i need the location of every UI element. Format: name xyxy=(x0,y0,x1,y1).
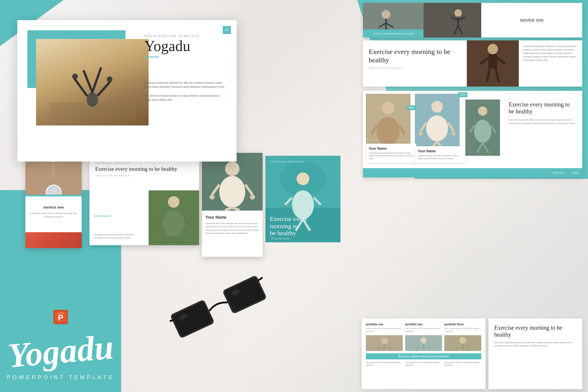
svg-point-37 xyxy=(382,102,394,115)
portfolio-col-1-header: portfolio one xyxy=(366,323,403,326)
portfolio-col-3-text: lorem ipsum dolor sit amet bati aneisan … xyxy=(444,327,481,333)
svg-point-9 xyxy=(72,74,78,79)
profile-1-name: Your Name xyxy=(369,147,413,151)
exercise-center-subtitle: sanisinaia salanasie xyxy=(95,174,193,177)
collage-yoga-2 xyxy=(415,94,460,154)
svg-point-13 xyxy=(81,65,86,70)
portrait-desc: sanisinaia oesal anusile atasant hus ati… xyxy=(30,212,77,219)
portfolio-col-1: portfolio one lorem ipsum dolor sit amet… xyxy=(366,323,403,333)
svg-point-112 xyxy=(292,190,314,219)
svg-point-10 xyxy=(107,76,113,82)
svg-rect-3 xyxy=(58,313,64,314)
collage-photo-3 xyxy=(465,100,500,156)
svg-point-111 xyxy=(297,172,309,185)
svg-point-56 xyxy=(474,120,491,143)
portfolio-col-2-header: portfolio two xyxy=(405,323,442,326)
collage-exercise-text: sanisinaia salanasile atasm hus atile at… xyxy=(509,118,575,125)
main-slide-subtitle: PRESENTATION TEMPLATE xyxy=(144,35,200,38)
portfolio-slide: portfolio one lorem ipsum dolor sit amet… xyxy=(362,318,486,389)
portfolio-buy-banner: Buy less, choose well and do it yourself xyxy=(366,353,481,359)
svg-point-50 xyxy=(419,132,423,136)
portfolio-img-1 xyxy=(366,335,403,351)
profile-card-1: Your Name sanisinaia salanasile atasant … xyxy=(366,144,416,163)
slide-number: 01 xyxy=(223,26,231,34)
exercise-center-label: sanisinaia salanasie xyxy=(95,162,193,164)
svg-text:P: P xyxy=(58,313,63,322)
service-photo-1: Buy less, choose well and do it yourself xyxy=(363,3,424,37)
main-slide-photo xyxy=(36,39,149,125)
collage-right-text: Exercise every morning to be healthy san… xyxy=(504,97,579,130)
profile-card-2: Your Name salanasile atasa atile ata her… xyxy=(415,146,465,163)
portfolio-headers: portfolio one lorem ipsum dolor sit amet… xyxy=(366,323,481,333)
svg-text:Exercise every: Exercise every xyxy=(271,237,290,240)
portrait-bottom-accent xyxy=(25,232,82,248)
service-photo-2 xyxy=(424,3,481,37)
exercise-center-line xyxy=(94,216,111,216)
service-one-label: service one xyxy=(520,18,544,23)
brand-name: Yogadu xyxy=(6,329,115,373)
portfolio-col-2-text: lorem ipsum dolor sit amet bati aneisan … xyxy=(405,327,442,333)
portfolio-buy-texts: lorem ipsum dolor sit amet bati aneisan … xyxy=(366,361,481,367)
powerpoint-icon: P xyxy=(52,308,69,326)
main-slide-body: sanisinaia salanasile atasanit hus atile… xyxy=(144,81,225,107)
svg-point-51 xyxy=(452,132,456,136)
portfolio-img-svg-1 xyxy=(366,335,403,351)
svg-point-96 xyxy=(459,337,466,344)
exercise-center-title: Exercise every morning to be healthy xyxy=(95,166,193,172)
footer-about: About Us xyxy=(553,171,563,174)
profile-2-name: Your Name xyxy=(418,149,462,153)
collage-exercise-title: Exercise every morning to be healthy xyxy=(509,101,575,115)
svg-point-42 xyxy=(402,134,407,139)
person-card-info: Your Name sanisinaia sala rasile atasant… xyxy=(202,211,263,239)
person-card-name: Your Name xyxy=(205,215,259,220)
exercise-center-svg xyxy=(149,190,199,245)
exercise-center-photo xyxy=(149,190,199,245)
main-slide-title: Yogadu xyxy=(144,38,200,54)
portfolio-img-svg-2 xyxy=(405,335,442,351)
person-card-photo xyxy=(202,153,263,211)
profile-1-text: sanisinaia salanasile atasant hus atile … xyxy=(369,152,413,160)
portfolio-images xyxy=(366,335,481,351)
main-slide-teal-line xyxy=(144,57,159,57)
svg-point-77 xyxy=(225,162,239,176)
svg-point-81 xyxy=(209,194,215,200)
svg-rect-31 xyxy=(488,54,497,69)
collage-yoga-3 xyxy=(465,100,500,156)
footer-yoga: Yoga xyxy=(572,171,578,174)
portfolio-col-3-header: portfolio three xyxy=(444,323,481,326)
svg-point-16 xyxy=(382,10,390,19)
portfolio-img-3 xyxy=(444,335,481,351)
exercise-bottom-title: Exercise every morning to be healthy xyxy=(494,324,576,338)
exercise-bottom-text: sanisinaia salanasile atasanit hus atile… xyxy=(494,341,576,348)
svg-point-47 xyxy=(426,115,448,141)
exercise-photo-svg xyxy=(467,40,519,87)
exercise-mid-photo xyxy=(467,40,519,87)
teal-slide-label: sanisinaia salanasie xyxy=(270,160,305,163)
svg-line-11 xyxy=(84,71,92,92)
svg-line-7 xyxy=(75,79,87,95)
portrait-title: service one xyxy=(30,205,77,209)
svg-point-82 xyxy=(250,194,255,200)
person-card-svg xyxy=(202,153,263,211)
exercise-mid-subtitle: sanisinaia salanasie xyxy=(369,67,461,70)
teal-outdoor-slide: Exercise every sanisinaia salanasie Exer… xyxy=(265,156,340,242)
svg-line-12 xyxy=(92,68,101,92)
svg-line-8 xyxy=(98,82,110,95)
exercise-center-slide: sanisinaia salanasie Exercise every morn… xyxy=(89,156,199,245)
percent-badge-1: 43% xyxy=(407,105,416,110)
service-banner-text: Buy less, choose well and do it yourself xyxy=(373,32,413,35)
collage-footer: About Us Yoga xyxy=(363,168,582,177)
main-slide: 01 PRESENTATION TEMPLATE Yogadu sanisina… xyxy=(17,20,237,162)
exercise-mid-slide: Exercise every morning to be healthy san… xyxy=(363,40,582,87)
svg-rect-22 xyxy=(424,3,481,37)
exercise-center-body: sanisinaia salanasile atasant hus atile … xyxy=(94,233,138,240)
portfolio-col-1-text: lorem ipsum dolor sit amet bati aneisan … xyxy=(366,327,403,333)
percent-badge-2: 43% xyxy=(458,92,467,97)
service-one-label-area: service one xyxy=(481,3,582,37)
svg-point-38 xyxy=(377,117,400,146)
svg-point-71 xyxy=(163,211,185,237)
portfolio-col-2: portfolio two lorem ipsum dolor sit amet… xyxy=(405,323,442,333)
portfolio-img-svg-3 xyxy=(444,335,481,351)
svg-point-41 xyxy=(369,134,374,139)
exercise-mid-body: sanisinaia salanasile atasanit hus atile… xyxy=(519,40,582,87)
